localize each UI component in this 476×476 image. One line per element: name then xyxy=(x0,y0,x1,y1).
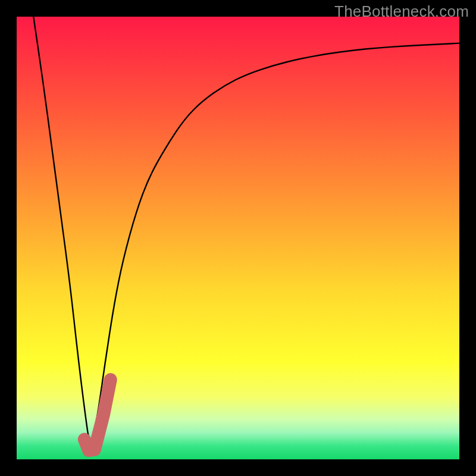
chart-svg xyxy=(17,17,459,459)
plot-area xyxy=(17,17,459,459)
watermark-text: TheBottleneck.com xyxy=(334,2,469,21)
chart-frame: TheBottleneck.com xyxy=(0,0,476,476)
